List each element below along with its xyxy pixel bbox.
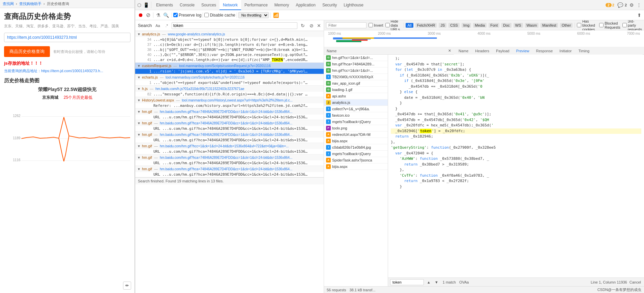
result-line[interactable]: URL ...u.com/hm.gif?hca=74846A289E7D4FDD…: [135, 126, 324, 131]
inspect-icon[interactable]: ⬡: [137, 2, 142, 8]
tab-performance[interactable]: Performance: [241, 0, 271, 10]
stop-button[interactable]: ⊘: [145, 12, 152, 18]
filter-font[interactable]: Font: [489, 23, 499, 28]
subtab-payload[interactable]: Payload: [493, 47, 513, 55]
subtab-preview[interactable]: Preview: [513, 47, 533, 55]
tab-sources[interactable]: Sources: [198, 0, 219, 10]
name-list-item[interactable]: I TB2XM0LrVXXXXb9XpX: [324, 74, 388, 80]
cancel-search-button[interactable]: ⊘: [308, 23, 315, 28]
result-line[interactable]: URL ...u.com/hm.gif?hca=74846A289E7D4FDD…: [135, 172, 324, 177]
result-group-header-hmgif1[interactable]: ▼ hm.gif — hm.baidu.com/hm.gif?hca=74846…: [135, 109, 324, 115]
preserve-log-checkbox[interactable]: [173, 13, 178, 17]
tab-application[interactable]: Application: [292, 0, 319, 10]
name-list-item[interactable]: A redirectUrl.aspx?DA=M: [324, 131, 388, 138]
filter-manifest[interactable]: Manifest: [540, 23, 558, 28]
upload-icon[interactable]: ⬆: [636, 12, 643, 18]
tab-network[interactable]: Network: [219, 0, 241, 10]
result-line[interactable]: 41 ...ar c=id,d=0;d<c.length;d++){var e=…: [135, 57, 324, 62]
result-group-header-hmgif3[interactable]: ▼ hm.gif — hm.baidu.com/hm.gif?hca=74846…: [135, 131, 324, 138]
filter-doc[interactable]: Doc: [501, 23, 511, 28]
name-list-item[interactable]: G hm.gif?cc=1&ck=1&cl=...: [324, 67, 388, 74]
filter-css[interactable]: CSS: [448, 23, 460, 28]
name-list-item[interactable]: G loading-1.gif: [324, 87, 388, 93]
third-party-check[interactable]: 3rd-party requests: [622, 20, 642, 31]
filter-img[interactable]: Img: [462, 23, 471, 28]
record-button[interactable]: ⏺: [137, 12, 145, 18]
tab-lighthouse[interactable]: Lighthouse: [340, 0, 367, 10]
filter-all[interactable]: All: [406, 23, 413, 28]
name-list-item[interactable]: A bijia.aspx: [324, 164, 388, 170]
result-line-active[interactable]: 1 ...rsion': 'jsjami.com.v5', nljdj = '_…: [135, 69, 324, 74]
blocked-requests-checkbox[interactable]: [599, 23, 604, 27]
name-list-item[interactable]: I collect?v=1&_v=j96&a.: [324, 106, 388, 112]
result-line[interactable]: 1 ..."object"==typeof exports&&"undefine…: [135, 80, 324, 85]
blocked-cookies-checkbox[interactable]: [577, 23, 581, 27]
third-party-checkbox[interactable]: [622, 23, 627, 27]
tab-console[interactable]: Console: [176, 0, 198, 10]
preview-search-input[interactable]: [390, 279, 424, 285]
prev-match-button[interactable]: ▲: [426, 280, 432, 284]
filter-wasm[interactable]: Wasm: [525, 23, 539, 28]
name-list-item[interactable]: G hm.gif?cc=1&ck=1&cl=...: [324, 55, 388, 61]
name-list-item[interactable]: I mgets?callback=jQuery: [324, 119, 388, 125]
result-group-header-hmgif4[interactable]: ▼ hm.gif — hm.baidu.com/hm.gif?hcc=1&ck=…: [135, 143, 324, 149]
edit-button[interactable]: ✏: [123, 282, 131, 290]
result-line[interactable]: URL ...u.com/hm.gif?hca=74846A289E7D4FDD…: [135, 160, 324, 166]
disable-cache-label[interactable]: Disable cache: [204, 13, 235, 18]
close-search-button[interactable]: ✕: [317, 23, 321, 28]
result-line[interactable]: 82 ...,"message",function(d){if(b.R(d.or…: [135, 92, 324, 97]
result-group-header-hjs[interactable]: ▼ h.js — hm.baidu.com/h.js?01a310dc95b71…: [135, 86, 324, 92]
result-group-header-customrequest[interactable]: ▼ customRequest.js — tool.manmanbuy.com/…: [135, 63, 324, 69]
subtab-initiator[interactable]: Initiator: [556, 47, 575, 55]
name-list-item[interactable]: I favicon.ico: [324, 112, 388, 119]
filter-media[interactable]: Media: [473, 23, 487, 28]
disable-cache-checkbox[interactable]: [204, 13, 209, 17]
name-list-item[interactable]: I c0dab826b71e0b84.jpg: [324, 144, 388, 151]
name-list-item[interactable]: G hm.gif?hca=74846A289...: [324, 61, 388, 67]
result-line[interactable]: 40 ...),Qc("","$ERROR",3E4));var g=JSON.…: [135, 52, 324, 57]
name-list-item[interactable]: A bijia.aspx: [324, 138, 388, 144]
result-line[interactable]: Referer: ...manbuy.com/history.aspx?url=…: [135, 103, 324, 108]
breadcrumb-link-1[interactable]: 查找网: [3, 2, 14, 6]
subtab-headers[interactable]: Headers: [472, 47, 493, 55]
preserve-log-label[interactable]: Preserve log: [173, 13, 201, 18]
result-line[interactable]: URL ...u.com/hm.gif?hca=74846A289E7D4FDD…: [135, 149, 324, 154]
result-line[interactable]: 38 ...b||"$OPT_OUT"==b||"$ERROR"==b||"$N…: [135, 47, 324, 52]
result-group-header-hmgif2[interactable]: ▼ hm.gif — hm.baidu.com/hm.gif?hca=74846…: [135, 120, 324, 126]
tab-memory[interactable]: Memory: [271, 0, 292, 10]
result-group-header-hmgif6[interactable]: ▼ hm.gif — hm.baidu.com/hm.gif?hca=74846…: [135, 166, 324, 172]
breadcrumb-link-2[interactable]: 查找购物助手: [19, 2, 41, 6]
subtab-name[interactable]: Name: [455, 47, 472, 55]
throttling-select[interactable]: No throttling: [238, 12, 269, 18]
name-list-item[interactable]: A api.ashx: [324, 93, 388, 99]
tab-elements[interactable]: Elements: [153, 0, 176, 10]
device-icon[interactable]: 📱: [143, 2, 150, 8]
search-button[interactable]: 🔍: [162, 12, 170, 18]
result-group-header-hmgif5[interactable]: ▼ hm.gif — hm.baidu.com/hm.gif?hca=74846…: [135, 154, 324, 160]
hide-data-urls-check[interactable]: Hide data URLs: [385, 20, 402, 31]
close-detail-button[interactable]: ✕: [448, 49, 451, 53]
search-input[interactable]: [173, 23, 296, 28]
blocked-requests-check[interactable]: Blocked Requests: [599, 21, 620, 29]
result-line[interactable]: URL ...u.com/hm.gif?hca=74846A289E7D4FDD…: [135, 115, 324, 120]
result-group-header-analytics[interactable]: ▼ analytics.js — www.google-analytics.co…: [135, 31, 324, 37]
name-list-item[interactable]: G nav_app_icon.gif: [324, 80, 388, 87]
url-bar[interactable]: https://item.jd.com/100011493273.html: [4, 33, 130, 42]
settings-button[interactable]: ⚙: [628, 2, 635, 8]
name-list-item[interactable]: P toolx.png: [324, 125, 388, 131]
regex-button[interactable]: .*: [164, 23, 170, 28]
subtab-timing[interactable]: Timing: [575, 47, 593, 55]
filter-js[interactable]: JS: [439, 23, 446, 28]
filter-button[interactable]: ⚗: [155, 12, 162, 18]
cancel-preview-search[interactable]: Cancel: [628, 280, 642, 284]
name-list-item[interactable]: J analytics.js: [324, 99, 388, 106]
query-button[interactable]: 商品历史价格查询: [4, 46, 50, 57]
invert-checkbox[interactable]: [369, 23, 373, 27]
result-line[interactable]: 34 ...=b[0]&&"object"==typeof b[0])retur…: [135, 37, 324, 42]
more-button[interactable]: ⋮: [635, 2, 643, 8]
refresh-search-button[interactable]: ↻: [299, 23, 306, 28]
filter-ws[interactable]: WS: [514, 23, 523, 28]
filter-other[interactable]: Other: [560, 23, 573, 28]
invert-check[interactable]: Invert: [369, 23, 383, 27]
subtab-response[interactable]: Response: [533, 47, 556, 55]
